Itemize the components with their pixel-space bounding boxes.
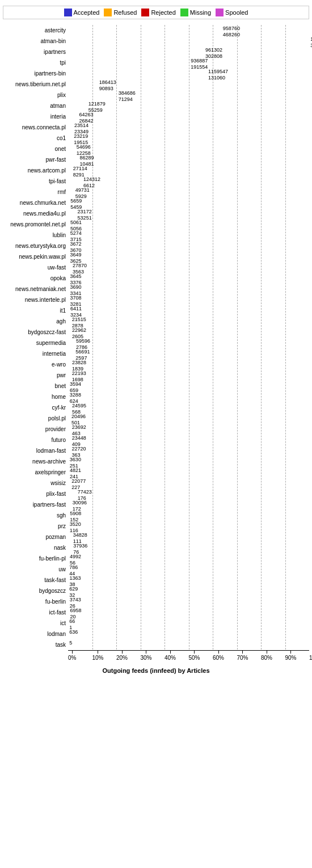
bar-container: 4821241 — [68, 468, 309, 476]
table-row: co12321919515 — [3, 133, 309, 143]
row-label: fu-berlin-pl — [3, 555, 68, 562]
legend-box-spooled — [216, 9, 224, 16]
row-label: atman — [3, 103, 68, 109]
bar-container: 2321919515 — [68, 134, 309, 142]
bar-container: 38468671294 — [68, 91, 309, 99]
bar-container: 1243126612 — [68, 177, 309, 185]
bar-container: 6426326842 — [68, 112, 309, 120]
legend-item-accepted: Accepted — [64, 9, 100, 16]
table-row: tpi-fast1243126612 — [3, 176, 309, 186]
legend-box-refused — [104, 9, 112, 16]
table-row: bydgoszcz62932 — [3, 585, 309, 596]
table-row: lodman-fast22720363 — [3, 445, 309, 456]
row-label: lublin — [3, 232, 68, 238]
table-row: news.connecta.pl2351423349 — [3, 122, 309, 132]
tick-60: 60% — [213, 651, 224, 661]
table-row: onet5469612258 — [3, 144, 309, 154]
row-label: lodman — [3, 631, 68, 637]
row-label: astercity — [3, 27, 68, 33]
bar-container: 36903341 — [68, 285, 309, 293]
row-label: news.artcom.pl — [3, 167, 68, 174]
bar-container: 12187955259 — [68, 102, 309, 109]
bar-container: 62932 — [68, 587, 309, 595]
bar-container: 936887191554 — [68, 58, 309, 66]
legend-label-missing: Missing — [190, 9, 211, 16]
bar-container: 20496501 — [68, 414, 309, 422]
table-row: cyf-kr24595568 — [3, 402, 309, 412]
table-row: axelspringer4821241 — [3, 467, 309, 477]
bar-container: 3594659 — [68, 382, 309, 390]
table-row: bydgoszcz-fast229622605 — [3, 327, 309, 337]
bar-container: 595962786 — [68, 339, 309, 347]
bar-container: 961302302808 — [68, 48, 309, 56]
legend: Accepted Refused Rejected Missing Spoole… — [3, 6, 309, 19]
row-label: news.eturystyka.org — [3, 243, 68, 249]
row-label: bydgoszcz-fast — [3, 329, 68, 335]
bar-container: 229622605 — [68, 328, 309, 336]
row-label: plix — [3, 92, 68, 98]
row-label: nask — [3, 545, 68, 551]
row-label: home — [3, 394, 68, 400]
row-label: task-fast — [3, 577, 68, 583]
bar-container: 30096172 — [68, 500, 309, 508]
bar-container: 2317253251 — [68, 209, 309, 217]
legend-item-spooled: Spooled — [216, 9, 248, 16]
table-row: fu-berlin374326 — [3, 596, 309, 606]
bar-container: 958760468260 — [68, 26, 309, 34]
table-row: news.netmaniak.net36903341 — [3, 284, 309, 294]
legend-box-missing — [180, 9, 188, 16]
row-label: cyf-kr — [3, 404, 68, 411]
bar-container: 5908152 — [68, 511, 309, 519]
table-row: astercity958760468260 — [3, 25, 309, 35]
row-label: internetia — [3, 351, 68, 357]
bar-container: 1159547131060 — [68, 69, 309, 77]
row-label: it1 — [3, 307, 68, 314]
row-label: interia — [3, 113, 68, 120]
bar-container: 23448409 — [68, 436, 309, 444]
legend-label-spooled: Spooled — [225, 9, 248, 16]
bar-container: 566912597 — [68, 349, 309, 357]
row-label: lodman-fast — [3, 448, 68, 454]
tick-40: 40% — [165, 651, 176, 661]
table-row: internetia566912597 — [3, 348, 309, 359]
table-row: polsl.pl20496501 — [3, 413, 309, 423]
row-label: news.tiberium.net.pl — [3, 81, 68, 87]
bar-container: 50615056 — [68, 220, 309, 228]
bar-container: 1853766386311 — [68, 37, 309, 45]
tick-70: 70% — [237, 651, 248, 661]
bar-container: 5469612258 — [68, 145, 309, 153]
bar-container: 278703563 — [68, 263, 309, 271]
row-label: pwr — [3, 372, 68, 378]
row-label: bydgoszcz — [3, 588, 68, 594]
table-row: opoka36453376 — [3, 273, 309, 283]
row-label: pwr-fast — [3, 157, 68, 163]
legend-item-missing: Missing — [180, 9, 211, 16]
table-row: news.artcom.pl271148291 — [3, 165, 309, 175]
table-row: it164113234 — [3, 305, 309, 315]
table-row: ipartners-fast30096172 — [3, 499, 309, 509]
bar-container: 23692463 — [68, 425, 309, 433]
row-label: news.connecta.pl — [3, 124, 68, 130]
legend-label-rejected: Rejected — [151, 9, 175, 16]
x-axis-title: Outgoing feeds (innfeed) by Articles — [3, 667, 309, 674]
row-label: ipartners-fast — [3, 502, 68, 508]
bar-container: 24595568 — [68, 403, 309, 411]
bar-container: 374326 — [68, 597, 309, 605]
tick-30: 30% — [141, 651, 152, 661]
bar-container: 36453376 — [68, 274, 309, 282]
row-label: uw-fast — [3, 264, 68, 271]
bar-container: 221931698 — [68, 371, 309, 379]
table-row: plix38468671294 — [3, 90, 309, 100]
row-label: e-wro — [3, 361, 68, 368]
legend-box-rejected — [141, 9, 149, 16]
table-row: rmf497315929 — [3, 187, 309, 197]
row-label: supermedia — [3, 340, 68, 346]
bar-container: 22077227 — [68, 479, 309, 487]
bar-value-labels: 636 — [69, 629, 78, 635]
row-label: plix-fast — [3, 491, 68, 497]
legend-label-refused: Refused — [113, 9, 137, 16]
row-label: futuro — [3, 437, 68, 443]
table-row: ipartners961302302808 — [3, 47, 309, 57]
bar-container: 136338 — [68, 576, 309, 584]
bar-container: 52743715 — [68, 231, 309, 239]
